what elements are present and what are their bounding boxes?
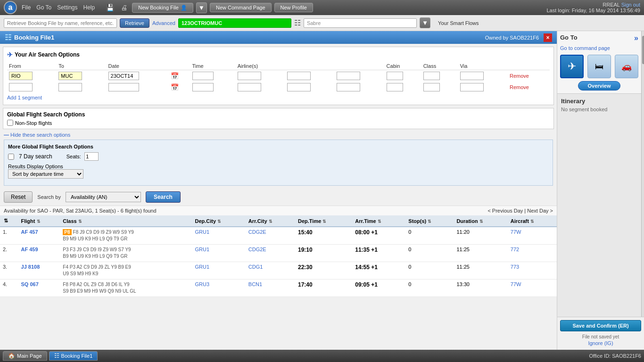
sidebar-scrollthumb[interactable] [642,36,644,64]
booking-dropdown-btn[interactable]: ▼ [196,2,207,13]
search-btn[interactable]: Search [146,191,181,203]
bottom-tab-booking[interactable]: ☷ Booking File1 [49,351,98,361]
flight-link-1[interactable]: AF 457 [21,229,38,235]
airline-input-2[interactable] [238,83,261,91]
bottom-tab-main[interactable]: 🏠 Main Page [3,351,47,361]
date-input-1[interactable] [108,72,139,80]
aircraft-link-2[interactable]: 772 [511,247,519,252]
save-confirm-btn[interactable]: Save and Confirm (ER) [560,320,641,331]
arr-city-link-4[interactable]: BCN1 [248,281,262,287]
menu-settings[interactable]: Settings [57,4,77,11]
goto-title: Go To » [560,34,638,42]
dep-city-link-3[interactable]: GRU1 [195,264,209,270]
date-input-2[interactable] [108,83,139,91]
col-header-class[interactable]: Class ⇅ [60,215,192,227]
time-input-1[interactable] [192,72,214,80]
seven-day-checkbox[interactable] [8,154,14,160]
col-header-arrtime[interactable]: Arr.Time ⇅ [352,215,405,227]
advanced-link[interactable]: Advanced [152,20,175,26]
airline-input-1[interactable] [238,72,261,80]
col-header-duration[interactable]: Duration ⇅ [454,215,507,227]
flight-link-3[interactable]: JJ 8108 [21,264,40,270]
to-input-1[interactable] [58,72,82,80]
prev-day-link[interactable]: < Previous Day [487,208,523,214]
arr-time-4: 09:05 +1 [355,281,378,288]
calendar-btn-2[interactable]: 📅 [171,83,179,91]
ignore-link[interactable]: Ignore (IG) [557,340,644,346]
dep-city-link-2[interactable]: GRU1 [195,247,209,252]
to-input-2[interactable] [58,83,82,91]
flight-link-4[interactable]: SQ 067 [21,281,39,287]
close-booking-btn[interactable]: × [544,33,552,42]
dep-city-link-1[interactable]: GRU1 [195,229,209,235]
add-segment-link[interactable]: Add 1 segment [7,95,42,100]
arr-city-link-3[interactable]: CDG1 [248,264,263,270]
goto-hotel-btn[interactable]: 🛏 [587,55,611,78]
overview-btn[interactable]: Overview [578,81,620,90]
col-header-depcity[interactable]: Dep.City ⇅ [192,215,245,227]
hide-search-link[interactable]: — Hide these search options [4,132,553,138]
col-header-aircraft[interactable]: Aircraft ⇅ [508,215,557,227]
col-header-flight[interactable]: Flight ⇅ [18,215,60,227]
retrieve-input[interactable] [4,18,117,28]
aircraft-link-1[interactable]: 77W [511,229,521,235]
col-header-stops[interactable]: Stop(s) ⇅ [405,215,454,227]
search-by-select[interactable]: Availability (AN) Schedule (SN) Lowest F… [66,192,141,202]
aircraft-link-3[interactable]: 773 [511,264,519,270]
signout-link[interactable]: Sign out [621,2,640,8]
remove-row-2[interactable]: Remove [510,84,529,90]
class-input-1[interactable] [423,72,440,80]
reset-btn[interactable]: Reset [4,191,33,203]
non-stop-checkbox[interactable] [7,120,13,126]
arr-city-link-1[interactable]: CDG2E [248,229,266,235]
class-highlight-1[interactable]: P8 [63,229,71,235]
cabin-input-2[interactable] [387,83,403,91]
new-profile-btn[interactable]: New Profile [274,3,313,12]
sidebar-expand-btn[interactable]: » [634,34,638,42]
airline2-input-2[interactable] [287,83,311,91]
calendar-btn-1[interactable]: 📅 [171,72,179,80]
via-input-1[interactable] [460,72,484,80]
airline2-input-1[interactable] [287,72,311,80]
new-command-page-btn[interactable]: New Command Page [210,3,272,12]
from-input-1[interactable] [9,72,33,80]
print-icon-btn[interactable]: 🖨 [119,3,129,12]
stops-1: 0 [408,229,411,235]
time-input-2[interactable] [192,83,214,91]
new-booking-file-btn[interactable]: New Booking File 👤 [132,3,193,13]
remove-row-1[interactable]: Remove [510,73,529,79]
menu-goto[interactable]: Go To [36,4,51,11]
aircraft-link-4[interactable]: 77W [511,281,521,287]
col-header-deptime[interactable]: Dep.Time ⇅ [295,215,352,227]
barcode-icon[interactable]: ☷ [294,18,301,27]
arr-city-link-2[interactable]: CDG2E [248,247,266,252]
airline3-input-2[interactable] [337,83,360,91]
sort-dropdown[interactable]: Sort by departure time Sort by arrival t… [8,169,83,179]
seats-input[interactable] [84,152,99,161]
retrieve-btn[interactable]: Retrieve [120,18,149,28]
goto-car-btn[interactable]: 🚗 [615,55,638,78]
gds-dropdown-btn[interactable]: ▼ [420,17,430,28]
next-day-link[interactable]: Next Day > [527,208,553,214]
bottom-bar: 🏠 Main Page ☷ Booking File1 Office ID: S… [0,350,644,362]
main-page-icon: 🏠 [8,353,15,359]
via-input-2[interactable] [460,83,484,91]
from-input-2[interactable] [9,83,33,91]
col-header-arrcity[interactable]: Arr.City ⇅ [246,215,295,227]
menu-file[interactable]: File [22,4,31,11]
goto-command-link[interactable]: Go to command page [560,45,638,51]
goto-flight-btn[interactable]: ✈ [560,55,584,78]
airline3-input-1[interactable] [337,72,360,80]
col-header-sort[interactable]: ⇅ [0,215,18,227]
dep-city-link-4[interactable]: GRU3 [195,281,209,287]
non-stop-label: Non-Stop flights [15,120,52,126]
gds-input[interactable] [304,18,417,28]
flight-link-2[interactable]: AF 459 [21,247,38,252]
class-input-2[interactable] [423,83,440,91]
menu-help[interactable]: Help [83,4,95,11]
booking-header: ☷ Booking File1 Owned by SAOB221F6 × [0,31,557,44]
booking-code-input[interactable] [178,18,291,28]
save-icon-btn[interactable]: 💾 [104,3,116,12]
sidebar-scrolltrack[interactable] [641,31,644,317]
cabin-input-1[interactable] [387,72,403,80]
